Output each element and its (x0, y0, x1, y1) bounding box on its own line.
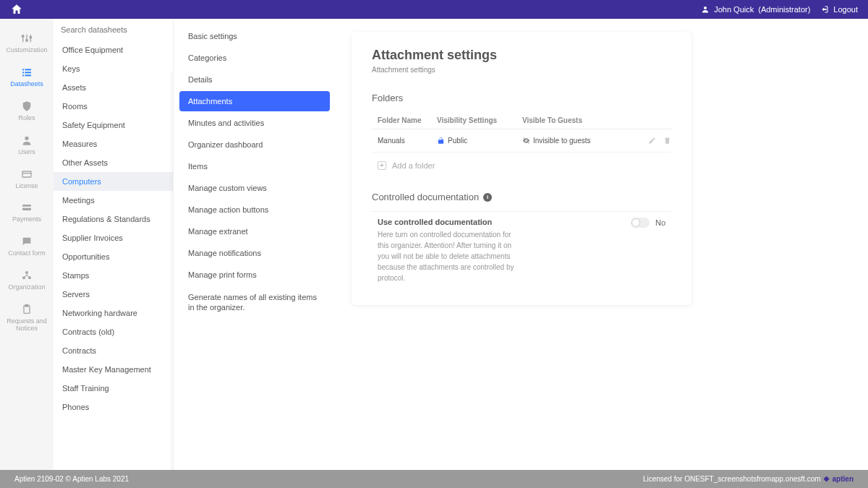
datasheet-item[interactable]: Contracts (54, 341, 173, 360)
info-icon[interactable]: i (483, 193, 492, 202)
logout-label: Logout (833, 5, 858, 14)
table-row[interactable]: Manuals Public Invisible to guests (372, 129, 671, 153)
delete-icon[interactable] (663, 137, 671, 145)
svg-point-18 (25, 271, 28, 274)
layout: CustomizationDatasheetsRolesUsersLicense… (0, 19, 868, 470)
datasheet-item[interactable]: Regulations & Standards (54, 210, 173, 228)
user-icon (20, 134, 34, 147)
datasheet-item[interactable]: Servers (54, 285, 173, 304)
datasheet-item[interactable]: Opportunities (54, 247, 173, 266)
folders-heading: Folders (372, 93, 671, 103)
user-role: (Administrator) (758, 5, 810, 14)
rail-label: Datasheets (10, 81, 43, 88)
settings-item[interactable]: Generate names of all existing items in … (179, 286, 330, 319)
add-folder-label: Add a folder (392, 161, 435, 170)
brand-name: aptien (833, 475, 854, 483)
settings-item[interactable]: Manage action buttons (179, 200, 330, 220)
chat-icon (20, 235, 34, 248)
datasheets-panel: Office EquipmentKeysAssetsRoomsSafety Eq… (54, 19, 174, 470)
page-subtitle: Attachment settings (372, 66, 671, 74)
rail-label: Payments (12, 216, 41, 223)
settings-item[interactable]: Basic settings (179, 26, 330, 46)
rail-item-roles[interactable]: Roles (18, 100, 35, 122)
rail-item-payments[interactable]: Payments (12, 201, 41, 223)
rail-label: Organization (8, 284, 45, 291)
sliders-icon (20, 32, 34, 45)
datasheet-item[interactable]: Master Key Management (54, 360, 173, 379)
rail-label: Customization (6, 47, 47, 54)
edit-icon[interactable] (648, 137, 656, 145)
svg-point-6 (30, 36, 32, 38)
add-folder-button[interactable]: + Add a folder (372, 153, 671, 179)
rail-item-requests-and-notices[interactable]: Requests and Notices (0, 303, 54, 333)
user-name: John Quick (714, 5, 754, 14)
svg-rect-8 (25, 69, 31, 70)
rail-item-users[interactable]: Users (18, 134, 35, 156)
datasheet-item[interactable]: Supplier Invoices (54, 228, 173, 247)
datasheet-item[interactable]: Contracts (old) (54, 322, 173, 341)
svg-point-13 (25, 136, 28, 140)
datasheet-item[interactable]: Computers (54, 172, 173, 191)
rail-label: Requests and Notices (0, 318, 54, 333)
settings-item[interactable]: Attachments (179, 91, 330, 111)
cell-visibility: Public (437, 137, 522, 145)
settings-item[interactable]: Organizer dashboard (179, 134, 330, 155)
controlled-toggle-row: Use controlled documentation Here turn o… (372, 211, 671, 289)
iconrail: CustomizationDatasheetsRolesUsersLicense… (0, 19, 54, 470)
controlled-toggle[interactable] (631, 218, 650, 228)
datasheet-item[interactable]: Keys (54, 59, 173, 78)
rail-item-datasheets[interactable]: Datasheets (10, 66, 43, 88)
user-icon (701, 5, 710, 14)
datasheet-item[interactable]: Phones (54, 398, 173, 416)
shield-icon (20, 100, 34, 113)
col-guests: Visible To Guests (522, 116, 671, 124)
svg-point-4 (22, 35, 24, 38)
controlled-heading: Controlled documentation i (372, 192, 671, 202)
svg-rect-12 (25, 74, 31, 76)
settings-item[interactable]: Manage extranet (179, 221, 330, 241)
settings-item[interactable]: Minutes and activities (179, 113, 330, 133)
rail-item-organization[interactable]: Organization (8, 269, 45, 291)
plus-icon: + (378, 161, 386, 170)
credit-icon (20, 201, 34, 214)
datasheet-item[interactable]: Assets (54, 78, 173, 97)
datasheet-item[interactable]: Office Equipment (54, 40, 173, 59)
datasheet-item[interactable]: Meetings (54, 191, 173, 210)
settings-item[interactable]: Details (179, 69, 330, 90)
brand-icon (824, 476, 830, 482)
col-visibility: Visibility Settings (437, 116, 522, 124)
datasheet-item[interactable]: Other Assets (54, 153, 173, 172)
org-icon (20, 269, 34, 282)
card-icon (20, 168, 34, 181)
settings-item[interactable]: Items (179, 156, 330, 176)
rail-item-customization[interactable]: Customization (6, 32, 47, 54)
user-menu[interactable]: John Quick (Administrator) (701, 5, 810, 14)
datasheet-item[interactable]: Rooms (54, 97, 173, 116)
toggle-desc: Here turn on controlled documentation fo… (378, 229, 522, 283)
row-actions (648, 137, 671, 145)
settings-item[interactable]: Manage notifications (179, 243, 330, 263)
rail-item-license[interactable]: License (15, 168, 38, 190)
page-title: Attachment settings (372, 48, 671, 63)
search-input[interactable] (61, 25, 166, 34)
settings-item[interactable]: Manage custom views (179, 178, 330, 198)
settings-panel: Basic settingsCategoriesDetailsAttachmen… (174, 19, 336, 470)
rail-label: Contact form (8, 250, 46, 257)
datasheet-item[interactable]: Networking hardware (54, 304, 173, 322)
settings-item[interactable]: Categories (179, 48, 330, 68)
settings-item[interactable]: Manage print forms (179, 265, 330, 285)
svg-rect-7 (22, 69, 24, 70)
rail-item-contact-form[interactable]: Contact form (8, 235, 46, 257)
svg-rect-10 (25, 72, 31, 73)
datasheet-item[interactable]: Staff Training (54, 379, 173, 398)
svg-rect-14 (22, 171, 31, 177)
clipboard-icon (20, 303, 34, 316)
svg-point-0 (704, 7, 707, 9)
rail-label: Users (18, 149, 35, 156)
datasheet-item[interactable]: Safety Equipment (54, 116, 173, 134)
datasheet-item[interactable]: Measures (54, 134, 173, 153)
topbar: John Quick (Administrator) Logout (0, 0, 868, 19)
home-button[interactable] (10, 3, 23, 16)
datasheet-item[interactable]: Stamps (54, 266, 173, 285)
logout-button[interactable]: Logout (820, 5, 858, 14)
